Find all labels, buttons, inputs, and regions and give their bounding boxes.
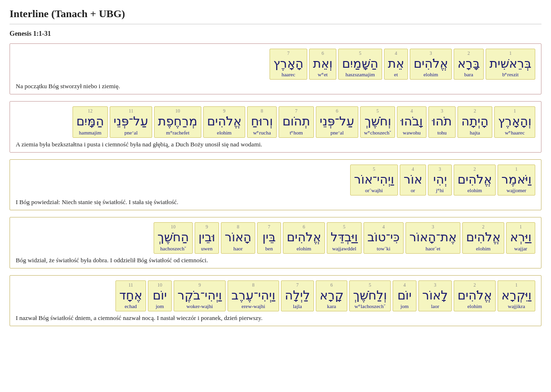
- hebrew-text-v1-6: וְאֵת: [313, 56, 333, 71]
- hebrew-text-v3-3: יְהִי: [433, 172, 447, 187]
- word-number-v4-3: 3: [432, 224, 434, 230]
- word-number-v5-9: 9: [198, 282, 201, 288]
- hebrew-text-v2-6: עַל־פְּנֵי: [320, 114, 354, 129]
- hebrew-text-v3-5: וַיְהִי־אוֹר: [354, 172, 394, 187]
- word-cell-v5-4: 4יוֹםjom: [393, 280, 416, 311]
- transliteration-v4-10: hachoszechˇ: [160, 245, 186, 252]
- hebrew-text-v2-1: וְהָאָרֶץ: [498, 114, 531, 129]
- translation-v3: I Bóg powiedział: Niech stanie się świat…: [16, 198, 535, 206]
- word-cell-v5-3: 3לָאוֹרlaor: [418, 280, 452, 311]
- word-cell-v4-10: 10הַחֹשֶׁךְhachoszechˇ: [154, 222, 193, 253]
- hebrew-text-v5-2: אֱלֹהִים: [457, 288, 492, 303]
- word-number-v1-1: 1: [509, 51, 512, 56]
- word-cell-v2-5: 5וְחֹשֶׁךְwᵉchoszechˇ: [360, 106, 395, 137]
- word-number-v1-4: 4: [395, 51, 397, 56]
- transliteration-v2-10: mᵉrachefet: [166, 129, 189, 136]
- word-number-v5-8: 8: [252, 282, 255, 288]
- word-cell-v3-4: 4אוֹרor: [400, 165, 426, 196]
- transliteration-v2-7: tᵉhom: [290, 129, 303, 136]
- hebrew-text-v4-6: אֱלֹהִים: [287, 230, 321, 245]
- word-number-v2-4: 4: [411, 108, 413, 114]
- word-number-v1-7: 7: [287, 51, 290, 56]
- hebrew-text-v5-1: וַיִּקְרָא: [501, 288, 531, 303]
- hebrew-text-v2-12: הַמָּיִם: [76, 114, 104, 129]
- word-cell-v2-3: 3תֹהוּtohu: [428, 106, 456, 137]
- transliteration-v2-11: pneˑal: [125, 129, 138, 136]
- hebrew-text-v4-4: כִּי־טוֹב: [367, 230, 400, 245]
- word-number-v4-8: 8: [237, 224, 239, 230]
- section-heading: Genesis 1:1-31: [10, 30, 541, 38]
- word-number-v3-2: 2: [474, 166, 476, 172]
- transliteration-v1-3: elohim: [424, 71, 438, 78]
- word-number-v2-5: 5: [376, 108, 379, 114]
- transliteration-v4-1: wajjar: [514, 245, 527, 252]
- transliteration-v4-7: ben: [265, 245, 273, 252]
- transliteration-v5-11: echad: [125, 303, 137, 309]
- word-number-v3-3: 3: [439, 166, 441, 172]
- word-cell-v2-9: 9אֱלֹהִיםelohim: [203, 106, 245, 137]
- hebrew-text-v2-4: וָבֹהוּ: [401, 114, 423, 129]
- hebrew-text-v5-3: לָאוֹר: [422, 288, 448, 303]
- hebrew-text-v2-10: מְרַחֶפֶת: [158, 114, 198, 129]
- hebrew-text-v5-5: וְלַחֹשֶׁךְ: [353, 288, 387, 303]
- word-cell-v4-8: 8הָאוֹרhaor: [221, 222, 255, 253]
- hebrew-text-v5-7: לַיְלָה: [285, 288, 310, 303]
- word-cell-v1-2: 2בָּרָאbara: [454, 49, 484, 80]
- word-number-v4-2: 2: [482, 224, 485, 230]
- word-number-v2-9: 9: [223, 108, 226, 114]
- word-number-v1-6: 6: [322, 51, 324, 56]
- transliteration-v5-9: woker-wajhi: [187, 303, 213, 309]
- word-cell-v2-1: 1וְהָאָרֶץwᵉhaarec: [494, 106, 535, 137]
- transliteration-v1-4: et: [394, 71, 398, 78]
- transliteration-v5-2: elohim: [468, 303, 482, 309]
- word-number-v3-5: 5: [373, 166, 375, 172]
- hebrew-text-v4-5: וַיַּבְדֵּל: [331, 230, 358, 245]
- title-divider: [10, 24, 541, 24]
- hebrew-text-v4-2: אֱלֹהִים: [466, 230, 500, 245]
- verse-block-v5: 1וַיִּקְרָאwajjikra2אֱלֹהִיםelohim3לָאוֹ…: [10, 275, 541, 326]
- hebrew-text-v3-2: אֱלֹהִים: [457, 172, 492, 187]
- word-cell-v1-4: 4אֵתet: [384, 49, 408, 80]
- hebrew-text-v5-9: וַיְהִי־בֹקֶר: [177, 288, 222, 303]
- hebrew-text-v1-2: בָּרָא: [457, 56, 480, 71]
- word-cell-v1-1: 1בְּרֵאשִׁיתbᵉreszit: [486, 49, 535, 80]
- word-cell-v3-3: 3יְהִיjᵉhi: [428, 165, 452, 196]
- hebrew-text-v2-8: וְרוּחַ: [251, 114, 273, 129]
- word-cell-v4-9: 9וּבֵיןuwen: [195, 222, 219, 253]
- transliteration-v2-9: elohim: [217, 129, 232, 136]
- word-cell-v3-2: 2אֱלֹהִיםelohim: [454, 165, 496, 196]
- word-cell-v4-2: 2אֱלֹהִיםelohim: [462, 222, 504, 253]
- word-number-v5-1: 1: [515, 282, 518, 288]
- translation-v5: I nazwał Bóg światłość dniem, a ciemność…: [16, 314, 535, 322]
- hebrew-text-v5-6: קָרָא: [320, 288, 343, 303]
- hebrew-text-v1-4: אֵת: [388, 56, 404, 71]
- hebrew-text-v1-5: הַשָּׁמַיִם: [342, 56, 378, 71]
- word-cell-v4-6: 6אֱלֹהִיםelohim: [283, 222, 325, 253]
- word-number-v3-4: 4: [412, 166, 414, 172]
- word-cell-v5-6: 6קָרָאkara: [316, 280, 347, 311]
- transliteration-v2-4: wawohu: [403, 129, 420, 136]
- word-number-v5-10: 10: [157, 282, 162, 288]
- page-title: Interline (Tanach + UBG): [10, 8, 541, 20]
- hebrew-row-v1: 1בְּרֵאשִׁיתbᵉreszit2בָּרָאbara3אֱלֹהִים…: [16, 49, 535, 80]
- word-cell-v3-5: 5וַיְהִי־אוֹרorˉwajhi: [350, 165, 398, 196]
- transliteration-v4-5: wajjawddel: [332, 245, 356, 252]
- transliteration-v3-5: orˉwajhi: [365, 187, 383, 194]
- transliteration-v3-1: wajjomer: [507, 187, 527, 194]
- hebrew-text-v1-1: בְּרֵאשִׁית: [489, 56, 531, 71]
- word-cell-v1-6: 6וְאֵתwᵉet: [309, 49, 336, 80]
- hebrew-text-v5-11: אֶחָד: [119, 288, 142, 303]
- transliteration-v4-8: haor: [233, 245, 243, 252]
- word-number-v2-10: 10: [176, 108, 180, 114]
- transliteration-v1-6: wᵉet: [318, 71, 328, 78]
- transliteration-v4-4: towˉki: [377, 245, 391, 252]
- transliteration-v5-4: jom: [400, 303, 408, 309]
- translation-v1: Na początku Bóg stworzył niebo i ziemię.: [16, 83, 535, 90]
- word-cell-v3-1: 1וַיֹּאמֶרwajjomer: [498, 165, 535, 196]
- translation-v2: A ziemia była bezkształtna i pusta i cie…: [16, 141, 535, 148]
- transliteration-v2-5: wᵉchoszechˇ: [364, 129, 391, 136]
- hebrew-text-v1-3: אֱלֹהִים: [414, 56, 448, 71]
- hebrew-row-v3: 1וַיֹּאמֶרwajjomer2אֱלֹהִיםelohim3יְהִיj…: [16, 165, 535, 196]
- word-number-v4-1: 1: [520, 224, 522, 230]
- transliteration-v4-9: uwen: [201, 245, 213, 252]
